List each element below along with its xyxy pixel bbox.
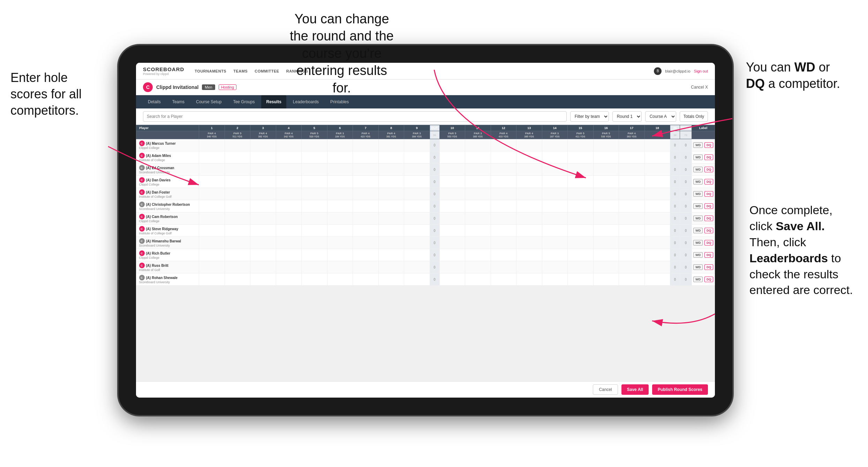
hole-16-score[interactable] bbox=[593, 212, 619, 225]
hole-1-input[interactable] bbox=[200, 238, 224, 248]
hole-3-score[interactable] bbox=[250, 151, 276, 164]
hole-6-input[interactable] bbox=[328, 213, 352, 224]
hole-14-score[interactable] bbox=[542, 249, 568, 261]
hole-18-input[interactable] bbox=[646, 274, 670, 285]
publish-btn[interactable]: Publish Round Scores bbox=[652, 384, 708, 395]
wd-btn[interactable]: WD bbox=[693, 167, 703, 172]
hole-14-score[interactable] bbox=[542, 212, 568, 225]
hole-18-score[interactable] bbox=[644, 249, 670, 261]
hole-6-input[interactable] bbox=[328, 274, 352, 285]
hole-15-input[interactable] bbox=[568, 176, 592, 187]
hole-2-score[interactable] bbox=[225, 164, 250, 176]
hole-1-input[interactable] bbox=[200, 176, 224, 187]
dq-btn[interactable]: DQ bbox=[704, 179, 714, 184]
hole-10-input[interactable] bbox=[440, 274, 465, 285]
hole-11-input[interactable] bbox=[466, 189, 490, 199]
hole-13-input[interactable] bbox=[517, 140, 541, 150]
hole-17-input[interactable] bbox=[620, 274, 644, 285]
hole-7-score[interactable] bbox=[353, 164, 379, 176]
hole-7-input[interactable] bbox=[354, 238, 378, 248]
hole-14-score[interactable] bbox=[542, 164, 568, 176]
nav-tournaments[interactable]: TOURNAMENTS bbox=[195, 69, 226, 73]
hole-3-score[interactable] bbox=[250, 225, 276, 237]
tab-tee-groups[interactable]: Tee Groups bbox=[228, 95, 259, 108]
hole-9-score[interactable] bbox=[404, 237, 430, 249]
hole-18-score[interactable] bbox=[644, 139, 670, 151]
hole-10-score[interactable] bbox=[439, 273, 465, 286]
hole-8-input[interactable] bbox=[379, 189, 403, 199]
hole-9-input[interactable] bbox=[405, 140, 429, 150]
wd-btn[interactable]: WD bbox=[693, 179, 703, 184]
hole-8-input[interactable] bbox=[379, 140, 403, 150]
hole-3-score[interactable] bbox=[250, 249, 276, 261]
hole-5-score[interactable] bbox=[302, 164, 327, 176]
hole-1-input[interactable] bbox=[200, 225, 224, 236]
hole-18-score[interactable] bbox=[644, 176, 670, 188]
hole-7-input[interactable] bbox=[354, 213, 378, 224]
hole-16-input[interactable] bbox=[594, 189, 618, 199]
hole-11-input[interactable] bbox=[466, 201, 490, 211]
hole-13-score[interactable] bbox=[516, 151, 542, 164]
hole-10-score[interactable] bbox=[439, 139, 465, 151]
hole-15-input[interactable] bbox=[568, 152, 592, 163]
hole-3-score[interactable] bbox=[250, 261, 276, 273]
hole-10-score[interactable] bbox=[439, 212, 465, 225]
hole-17-input[interactable] bbox=[620, 189, 644, 199]
hole-11-score[interactable] bbox=[465, 225, 491, 237]
hole-8-input[interactable] bbox=[379, 274, 403, 285]
hole-5-score[interactable] bbox=[302, 188, 327, 200]
hole-10-input[interactable] bbox=[440, 213, 465, 224]
hole-11-score[interactable] bbox=[465, 200, 491, 212]
hole-17-input[interactable] bbox=[620, 176, 644, 187]
hole-11-score[interactable] bbox=[465, 212, 491, 225]
hole-17-score[interactable] bbox=[619, 212, 645, 225]
hole-12-score[interactable] bbox=[491, 237, 516, 249]
hole-7-score[interactable] bbox=[353, 188, 379, 200]
hole-14-score[interactable] bbox=[542, 139, 568, 151]
hole-10-input[interactable] bbox=[440, 238, 465, 248]
hole-13-score[interactable] bbox=[516, 164, 542, 176]
hole-2-score[interactable] bbox=[225, 225, 250, 237]
hole-2-input[interactable] bbox=[226, 250, 250, 260]
hole-6-input[interactable] bbox=[328, 189, 352, 199]
hole-17-input[interactable] bbox=[620, 250, 644, 260]
hole-8-score[interactable] bbox=[378, 176, 404, 188]
hole-10-score[interactable] bbox=[439, 176, 465, 188]
hole-13-score[interactable] bbox=[516, 237, 542, 249]
hole-11-score[interactable] bbox=[465, 273, 491, 286]
hole-10-score[interactable] bbox=[439, 200, 465, 212]
hole-16-score[interactable] bbox=[593, 200, 619, 212]
hole-14-input[interactable] bbox=[543, 225, 567, 236]
hole-17-score[interactable] bbox=[619, 225, 645, 237]
hole-17-score[interactable] bbox=[619, 273, 645, 286]
hole-16-input[interactable] bbox=[594, 262, 618, 272]
hole-16-score[interactable] bbox=[593, 176, 619, 188]
hole-7-score[interactable] bbox=[353, 225, 379, 237]
hole-6-score[interactable] bbox=[327, 188, 353, 200]
hole-5-score[interactable] bbox=[302, 237, 327, 249]
hole-7-input[interactable] bbox=[354, 176, 378, 187]
hole-12-score[interactable] bbox=[491, 225, 516, 237]
hole-1-score[interactable] bbox=[199, 237, 225, 249]
hole-14-score[interactable] bbox=[542, 200, 568, 212]
hole-18-score[interactable] bbox=[644, 164, 670, 176]
hole-18-score[interactable] bbox=[644, 212, 670, 225]
hole-15-input[interactable] bbox=[568, 164, 592, 175]
hole-15-input[interactable] bbox=[568, 250, 592, 260]
hole-17-score[interactable] bbox=[619, 176, 645, 188]
hole-9-input[interactable] bbox=[405, 152, 429, 163]
hole-6-score[interactable] bbox=[327, 164, 353, 176]
hole-3-input[interactable] bbox=[251, 176, 275, 187]
hole-4-input[interactable] bbox=[277, 189, 301, 199]
hole-16-input[interactable] bbox=[594, 238, 618, 248]
hole-12-score[interactable] bbox=[491, 176, 516, 188]
hole-3-input[interactable] bbox=[251, 164, 275, 175]
hole-3-input[interactable] bbox=[251, 201, 275, 211]
hole-13-input[interactable] bbox=[517, 225, 541, 236]
hole-6-input[interactable] bbox=[328, 176, 352, 187]
hole-10-score[interactable] bbox=[439, 237, 465, 249]
hole-10-score[interactable] bbox=[439, 225, 465, 237]
tab-course-setup[interactable]: Course Setup bbox=[191, 95, 226, 108]
hole-11-input[interactable] bbox=[466, 238, 490, 248]
hole-4-input[interactable] bbox=[277, 176, 301, 187]
